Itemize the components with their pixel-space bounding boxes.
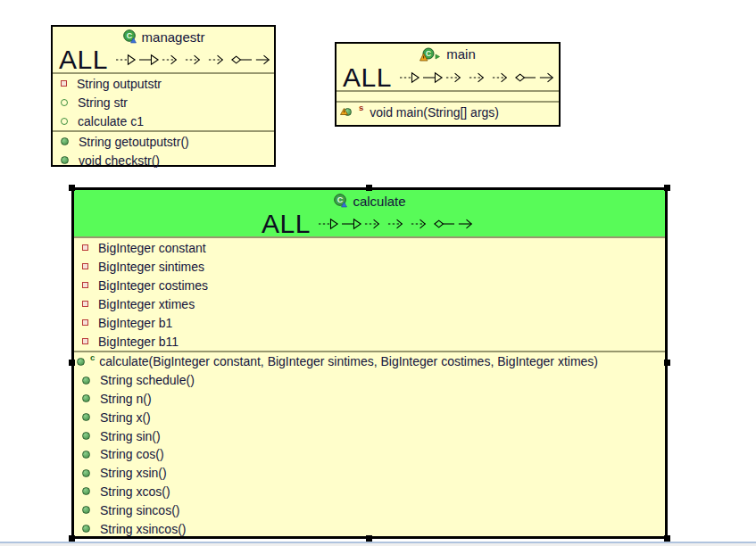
relation-filter-row[interactable]: ALL bbox=[336, 64, 559, 90]
resize-handle-bottom-middle[interactable] bbox=[366, 535, 372, 542]
public-method-icon bbox=[82, 469, 90, 477]
field-row[interactable]: BigInteger b11 bbox=[74, 332, 665, 351]
method-row[interactable]: String sincos() bbox=[74, 500, 665, 519]
public-method-icon bbox=[82, 506, 90, 514]
private-field-icon bbox=[61, 80, 67, 87]
all-relations-label: ALL bbox=[59, 46, 108, 73]
class-icon: C bbox=[333, 194, 347, 208]
field-text: BigInteger constant bbox=[98, 241, 206, 255]
runnable-class-warning-icon: C bbox=[420, 47, 441, 62]
constructor-row[interactable]: c calculate(BigInteger constant, BigInte… bbox=[74, 352, 665, 371]
constructor-method-icon bbox=[77, 358, 85, 366]
field-text: BigInteger b11 bbox=[98, 335, 179, 349]
method-text: String sin() bbox=[100, 429, 161, 443]
public-method-icon bbox=[82, 525, 90, 533]
class-title: main bbox=[446, 46, 476, 62]
method-text: calculate(BigInteger constant, BigIntege… bbox=[99, 354, 598, 368]
public-static-method-warning-icon bbox=[344, 108, 352, 116]
field-row[interactable]: String str bbox=[53, 93, 274, 112]
field-text: String str bbox=[78, 95, 128, 110]
field-text: BigInteger sintimes bbox=[98, 260, 204, 274]
public-method-icon bbox=[82, 432, 90, 440]
method-row[interactable]: String x() bbox=[74, 408, 665, 426]
resize-handle-bottom-left[interactable] bbox=[69, 535, 75, 542]
field-text: calculate c1 bbox=[78, 114, 144, 128]
method-row[interactable]: String n() bbox=[74, 390, 665, 409]
relation-arrows-icon bbox=[319, 215, 478, 233]
resize-handle-middle-right[interactable] bbox=[664, 360, 670, 366]
method-text: String n() bbox=[100, 392, 152, 406]
public-method-icon bbox=[82, 451, 90, 459]
resize-handle-top-right[interactable] bbox=[664, 185, 670, 191]
field-row[interactable]: BigInteger costimes bbox=[74, 276, 665, 294]
all-relations-label: ALL bbox=[262, 211, 311, 237]
method-row[interactable]: s void main(String[] args) bbox=[336, 103, 559, 121]
method-row[interactable]: String getoutputstr() bbox=[53, 132, 274, 151]
constructor-modifier-label: c bbox=[90, 353, 95, 362]
field-row[interactable]: String outputstr bbox=[53, 74, 274, 93]
public-method-icon bbox=[61, 156, 69, 164]
private-field-icon bbox=[82, 244, 88, 251]
method-row[interactable]: void checkstr() bbox=[53, 151, 274, 170]
all-relations-label: ALL bbox=[343, 64, 392, 91]
method-row[interactable]: String sin() bbox=[74, 426, 665, 445]
svg-text:C: C bbox=[337, 195, 344, 204]
method-text: void checkstr() bbox=[79, 153, 160, 168]
method-text: String xsincos() bbox=[100, 522, 186, 536]
resize-handle-top-left[interactable] bbox=[69, 185, 75, 191]
method-text: String xsin() bbox=[100, 466, 167, 480]
method-text: String schedule() bbox=[100, 373, 195, 387]
public-method-icon bbox=[82, 394, 90, 402]
resize-handle-middle-left[interactable] bbox=[69, 360, 75, 366]
method-text: String cos() bbox=[100, 447, 164, 461]
method-text: String sincos() bbox=[100, 503, 179, 517]
uml-canvas: { "palette": { "class_fill": "#FFFECB", … bbox=[0, 0, 756, 546]
public-method-icon bbox=[61, 137, 69, 145]
field-row[interactable]: calculate c1 bbox=[53, 112, 274, 130]
field-text: String outputstr bbox=[77, 77, 162, 91]
empty-fields-section bbox=[336, 92, 559, 101]
class-header-main[interactable]: C main bbox=[336, 44, 559, 64]
class-icon: C bbox=[122, 29, 137, 44]
static-modifier-label: s bbox=[359, 103, 363, 112]
method-text: String x() bbox=[100, 410, 151, 425]
relation-arrows-icon bbox=[116, 51, 275, 69]
field-row[interactable]: BigInteger b1 bbox=[74, 313, 665, 332]
private-field-icon bbox=[82, 301, 88, 307]
public-method-icon bbox=[82, 487, 90, 495]
method-text: void main(String[] args) bbox=[370, 105, 499, 120]
private-field-icon bbox=[82, 338, 88, 344]
field-text: BigInteger costimes bbox=[98, 278, 208, 293]
resize-handle-top-middle[interactable] bbox=[366, 185, 372, 191]
class-box-calculate[interactable]: C calculate ALL Bi bbox=[71, 187, 668, 539]
method-text: String getoutputstr() bbox=[79, 135, 189, 149]
class-title: calculate bbox=[353, 194, 405, 209]
svg-text:C: C bbox=[126, 31, 132, 40]
private-field-icon bbox=[82, 263, 88, 269]
class-header-managestr[interactable]: C managestr bbox=[53, 27, 274, 46]
class-header-calculate[interactable]: C calculate bbox=[74, 190, 665, 211]
relation-filter-row[interactable]: ALL bbox=[74, 211, 665, 236]
method-row[interactable]: String cos() bbox=[74, 445, 665, 464]
method-row[interactable]: String schedule() bbox=[74, 371, 665, 390]
public-method-icon bbox=[82, 376, 90, 385]
package-field-icon bbox=[61, 118, 68, 125]
field-row[interactable]: BigInteger constant bbox=[74, 238, 665, 257]
field-row[interactable]: BigInteger sintimes bbox=[74, 257, 665, 276]
public-method-icon bbox=[82, 413, 90, 421]
method-row[interactable]: String xcos() bbox=[74, 483, 665, 501]
class-box-main[interactable]: C main ALL bbox=[335, 42, 561, 127]
method-text: String xcos() bbox=[100, 484, 170, 499]
field-text: BigInteger b1 bbox=[98, 316, 172, 330]
relation-filter-row[interactable]: ALL bbox=[53, 46, 274, 72]
resize-handle-bottom-right[interactable] bbox=[664, 535, 670, 542]
package-field-icon bbox=[61, 99, 68, 106]
relation-arrows-icon bbox=[400, 69, 559, 87]
method-row[interactable]: String xsin() bbox=[74, 464, 665, 483]
field-text: BigInteger xtimes bbox=[98, 297, 195, 311]
svg-text:C: C bbox=[426, 49, 431, 58]
private-field-icon bbox=[82, 319, 88, 326]
field-row[interactable]: BigInteger xtimes bbox=[74, 294, 665, 313]
class-title: managestr bbox=[142, 29, 205, 45]
class-box-managestr[interactable]: C managestr ALL String outputstr String … bbox=[51, 25, 276, 167]
